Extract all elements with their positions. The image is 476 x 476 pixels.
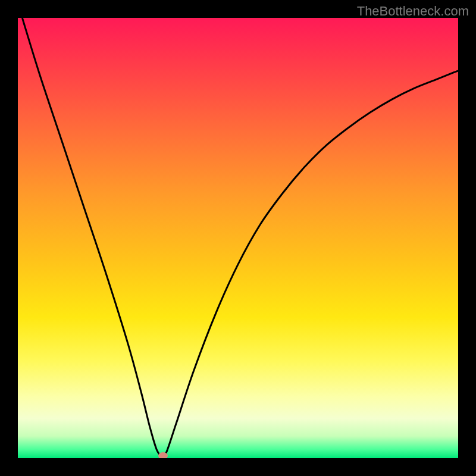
chart-plot-area [18,18,458,458]
optimum-marker [158,452,168,458]
bottleneck-curve-line [22,18,458,458]
chart-curve-svg [18,18,458,458]
watermark-text: TheBottleneck.com [357,4,469,19]
